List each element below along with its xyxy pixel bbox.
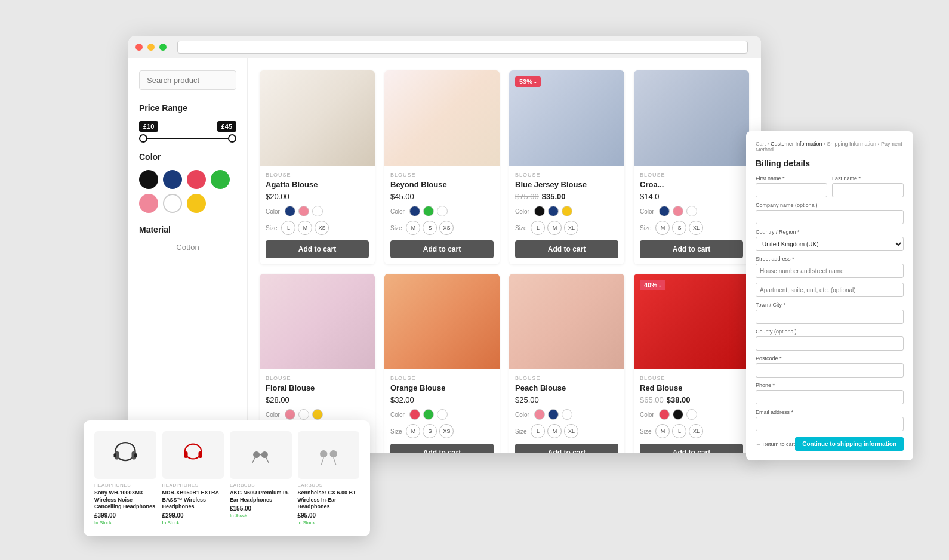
size-button-l[interactable]: L [531,221,545,235]
phone-input[interactable] [756,390,904,404]
first-name-input[interactable] [756,183,827,197]
add-to-cart-button[interactable]: Add to cart [640,444,743,453]
product-color-dot[interactable] [548,409,559,420]
product-name: Croa... [640,180,743,189]
size-button-l[interactable]: L [281,221,295,235]
product-color-dot[interactable] [534,206,545,216]
color-swatch-pink[interactable] [139,194,158,213]
add-to-cart-button[interactable]: Add to cart [390,240,494,258]
browser-url-bar[interactable] [177,41,748,54]
last-name-input[interactable] [832,183,904,197]
shop-content: Price Range £10 £45 Color [128,58,761,453]
add-to-cart-button[interactable]: Add to cart [266,240,369,258]
add-to-cart-button[interactable]: Add to cart [515,444,618,453]
size-button-xl[interactable]: XL [689,221,703,235]
color-swatch-white[interactable] [163,194,182,213]
product-color-dot[interactable] [312,409,323,420]
product-color-dot[interactable] [312,206,323,216]
price-range-track[interactable] [139,138,236,139]
color-swatch-pink-red[interactable] [187,170,206,189]
browser-maximize-dot[interactable] [159,44,167,51]
size-button-xs[interactable]: XS [315,221,329,235]
color-swatch-green[interactable] [211,170,230,189]
size-button-xs[interactable]: XS [439,221,454,235]
size-button-m[interactable]: M [655,221,670,235]
product-color-dot[interactable] [298,409,309,420]
size-button-l[interactable]: L [531,424,545,438]
add-to-cart-button[interactable]: Add to cart [390,444,494,453]
browser-close-dot[interactable] [135,44,143,51]
range-handle-right[interactable] [228,134,236,143]
email-input[interactable] [756,417,904,431]
county-input[interactable] [756,336,904,351]
product-color-dot[interactable] [548,206,559,216]
color-swatch-navy[interactable] [163,170,182,189]
product-category: BLOUSE [640,375,743,381]
product-color-dot[interactable] [686,409,697,420]
product-color-dot[interactable] [285,409,295,420]
size-button-s[interactable]: S [423,221,437,235]
product-color-dot[interactable] [423,206,434,216]
size-button-m[interactable]: M [547,424,562,438]
product-color-dot[interactable] [562,206,572,216]
product-color-dot[interactable] [686,206,697,216]
product-price: $75.00$35.00 [515,192,618,201]
product-image: 53% - [509,70,624,166]
product-color-dot[interactable] [562,409,572,420]
size-button-xs[interactable]: XS [439,424,454,438]
size-button-m[interactable]: M [406,424,420,438]
size-button-xl[interactable]: XL [564,424,578,438]
postcode-input[interactable] [756,363,904,378]
size-button-l[interactable]: L [672,424,686,438]
product-color-dot[interactable] [409,206,420,216]
street-input[interactable] [756,264,904,278]
price: $20.00 [266,192,289,201]
size-button-m[interactable]: M [655,424,670,438]
city-input[interactable] [756,310,904,324]
size-options: Size MSXS [390,424,494,438]
company-input[interactable] [756,210,904,224]
product-card-row2-3: BLOUSE Peach Blouse $25.00 Color Size LM… [509,274,624,453]
continue-to-shipping-button[interactable]: Continue to shipping information [795,437,904,451]
product-name: Orange Blouse [390,383,494,392]
product-color-dot[interactable] [673,206,683,216]
color-swatch-black[interactable] [139,170,158,189]
size-button-xl[interactable]: XL [689,424,703,438]
postcode-label: Postcode * [756,355,904,361]
product-name: Beyond Blouse [390,180,494,189]
product-color-dot[interactable] [298,206,309,216]
product-color-dot[interactable] [659,206,670,216]
hp-name: MDR-XB950B1 EXTRA BASS™ Wireless Headpho… [162,490,224,511]
color-swatch-yellow[interactable] [187,194,206,213]
color-options: Color [515,409,618,420]
color-options: Color [640,206,743,216]
search-input[interactable] [139,70,236,90]
product-color-dot[interactable] [659,409,670,420]
price: $25.00 [515,395,539,404]
product-color-dot[interactable] [285,206,295,216]
add-to-cart-button[interactable]: Add to cart [515,240,618,258]
size-button-m[interactable]: M [298,221,312,235]
product-color-dot[interactable] [534,409,545,420]
products-grid: BLOUSE Agatta Blouse $20.00 Color Size L… [260,70,749,453]
range-handle-left[interactable] [139,134,147,143]
checkout-breadcrumb: Cart › Customer Information › Shipping I… [756,141,904,153]
size-button-s[interactable]: S [423,424,437,438]
size-button-m[interactable]: M [547,221,562,235]
product-category: BLOUSE [390,172,494,178]
product-color-dot[interactable] [437,409,448,420]
discount-badge: 53% - [515,76,541,87]
product-color-dot[interactable] [673,409,683,420]
return-to-cart-link[interactable]: ← Return to cart [756,441,795,447]
size-button-xl[interactable]: XL [564,221,578,235]
size-button-s[interactable]: S [672,221,686,235]
add-to-cart-button[interactable]: Add to cart [640,240,743,258]
product-color-dot[interactable] [409,409,420,420]
browser-minimize-dot[interactable] [147,44,155,51]
street2-input[interactable] [756,283,904,297]
product-color-dot[interactable] [423,409,434,420]
product-color-dot[interactable] [437,206,448,216]
country-select[interactable]: United Kingdom (UK) [756,237,904,251]
size-button-m[interactable]: M [406,221,420,235]
headphone-card-1: Headphones MDR-XB950B1 EXTRA BASS™ Wirel… [162,431,224,525]
